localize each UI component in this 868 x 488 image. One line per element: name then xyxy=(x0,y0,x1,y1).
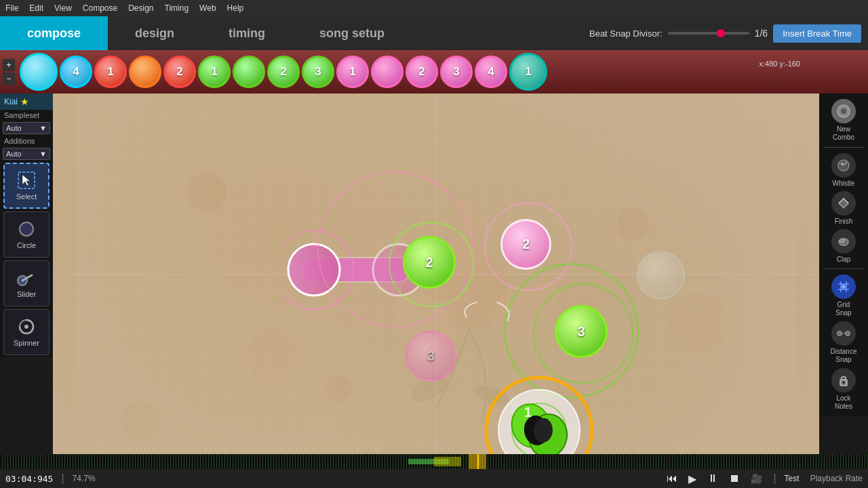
new-combo-button[interactable]: NewCombo xyxy=(822,99,865,142)
stop-button[interactable]: ⏹ xyxy=(726,472,743,485)
timestamp: 03:04:945 xyxy=(5,474,53,484)
lock-notes-button[interactable]: LockNotes xyxy=(822,368,865,411)
spinner-ring: 1 xyxy=(484,375,595,454)
grid-snap-label: GridSnap xyxy=(835,301,851,317)
timeline-circle-12[interactable]: 3 xyxy=(440,56,473,88)
sampleset-dropdown[interactable]: Auto▼ xyxy=(3,122,50,134)
timeline-circle-7[interactable]: 2 xyxy=(267,56,300,88)
left-sidebar: Kiai ★ Sampleset Auto▼ Additions Auto▼ S… xyxy=(0,94,53,357)
svg-point-18 xyxy=(837,331,842,336)
tab-design[interactable]: design xyxy=(108,16,201,50)
timeline-circle-8[interactable]: 3 xyxy=(302,56,334,88)
menu-file[interactable]: File xyxy=(5,3,18,13)
zoom-level: 74.7% xyxy=(73,474,96,483)
grid-snap-icon xyxy=(836,279,851,294)
playback-rate-label: Playback Rate xyxy=(810,474,863,483)
prev-button[interactable]: ⏮ xyxy=(664,472,680,485)
video-button[interactable]: 🎥 xyxy=(748,473,765,484)
menu-timing[interactable]: Timing xyxy=(165,3,189,13)
play-button[interactable]: ▶ xyxy=(686,472,699,485)
waveform[interactable] xyxy=(0,454,868,469)
new-combo-label: NewCombo xyxy=(833,125,854,142)
timeline-circle-3[interactable] xyxy=(129,56,161,88)
svg-point-39 xyxy=(121,402,161,441)
grid-snap-button[interactable]: GridSnap xyxy=(822,274,865,317)
clap-button[interactable]: Clap xyxy=(822,229,865,263)
hit-circle-pink-3[interactable]: 3 xyxy=(406,331,456,382)
timeline-zoom-in[interactable]: + xyxy=(3,59,15,71)
divider-2 xyxy=(823,268,864,269)
svg-point-19 xyxy=(846,331,850,336)
menu-view[interactable]: View xyxy=(54,3,72,13)
timeline-circle-2[interactable]: 1 xyxy=(94,56,127,88)
select-cursor-icon xyxy=(17,171,36,190)
menubar: File Edit View Compose Design Timing Web… xyxy=(0,0,868,16)
tool-slider[interactable]: Slider xyxy=(3,260,50,306)
hit-circle-ghost[interactable] xyxy=(636,251,685,300)
svg-point-12 xyxy=(840,239,845,243)
distance-snap-button[interactable]: DistanceSnap xyxy=(822,321,865,364)
svg-point-34 xyxy=(325,375,351,402)
beat-snap-thumb[interactable] xyxy=(717,29,725,37)
select-label: Select xyxy=(16,192,37,201)
canvas-area: 2 2 3 3 xyxy=(53,94,819,454)
finish-button[interactable]: Finish xyxy=(822,191,865,225)
clap-icon xyxy=(836,234,851,249)
menu-compose[interactable]: Compose xyxy=(83,3,117,13)
tool-circle[interactable]: Circle xyxy=(3,211,50,258)
menu-web[interactable]: Web xyxy=(199,3,216,13)
sampleset-label: Sampleset xyxy=(0,110,53,121)
timeline-circle-0[interactable] xyxy=(20,53,58,91)
timeline-circle-5[interactable]: 1 xyxy=(198,56,231,88)
timeline-circle-4[interactable]: 2 xyxy=(163,56,196,88)
timeline-circle-1[interactable]: 4 xyxy=(60,56,92,88)
top-navigation: compose design timing song setup Beat Sn… xyxy=(0,16,868,50)
tool-spinner[interactable]: Spinner xyxy=(3,309,50,355)
waveform-active-region xyxy=(434,457,461,466)
circle-tool-icon xyxy=(17,220,36,239)
whistle-button[interactable]: Whistle xyxy=(822,153,865,187)
tab-song-setup[interactable]: song setup xyxy=(292,16,412,50)
svg-point-32 xyxy=(186,172,226,211)
svg-text:1: 1 xyxy=(524,405,532,420)
timeline-circle-13[interactable]: 4 xyxy=(475,56,507,88)
timeline-circle-14[interactable]: 1 xyxy=(509,53,547,91)
pause-button[interactable]: ⏸ xyxy=(705,472,721,485)
timeline-circles: 41212312341 xyxy=(20,53,865,91)
timeline-circle-11[interactable]: 2 xyxy=(406,56,438,88)
spinner-object[interactable]: 1 xyxy=(484,375,595,454)
svg-point-33 xyxy=(616,208,649,241)
hit-circle-green-2[interactable]: 2 xyxy=(403,236,456,289)
menu-help[interactable]: Help xyxy=(227,3,244,13)
timeline-circle-6[interactable] xyxy=(233,56,265,88)
spinner-label: Spinner xyxy=(14,339,39,347)
spinner-tool-icon xyxy=(17,317,36,336)
circle-label: Circle xyxy=(17,241,36,249)
controls-bar: 03:04:945 | 74.7% ⏮ ▶ ⏸ ⏹ 🎥 | Test Playb… xyxy=(0,469,868,488)
playhead xyxy=(477,454,479,469)
timeline-circle-10[interactable] xyxy=(371,56,403,88)
beat-snap-label: Beat Snap Divisor: xyxy=(589,28,663,39)
beat-snap-area: Beat Snap Divisor: 1/6 Insert Break Time xyxy=(589,24,868,43)
hit-number-3: 3 xyxy=(427,348,435,364)
svg-point-40 xyxy=(669,293,728,352)
hit-number-2a: 2 xyxy=(522,237,530,252)
additions-dropdown[interactable]: Auto▼ xyxy=(3,148,50,160)
beat-snap-value: 1/6 xyxy=(755,28,768,39)
distance-snap-icon xyxy=(836,326,851,341)
coordinate-display: x:480 y:-160 xyxy=(759,60,800,68)
timeline-zoom-out[interactable]: − xyxy=(3,73,15,85)
tab-compose[interactable]: compose xyxy=(0,16,108,50)
timeline-circle-9[interactable]: 1 xyxy=(336,56,369,88)
whistle-label: Whistle xyxy=(833,180,855,187)
lock-notes-icon xyxy=(836,373,851,388)
tool-select[interactable]: Select xyxy=(3,163,50,209)
slider-label: Slider xyxy=(17,290,36,298)
menu-design[interactable]: Design xyxy=(128,3,153,13)
insert-break-button[interactable]: Insert Break Time xyxy=(773,24,861,43)
menu-edit[interactable]: Edit xyxy=(29,3,43,13)
canvas-background[interactable]: 2 2 3 3 xyxy=(53,94,819,454)
hit-circle-pink-2[interactable]: 2 xyxy=(500,219,551,270)
tab-timing[interactable]: timing xyxy=(201,16,292,50)
beat-snap-slider[interactable] xyxy=(668,32,749,35)
